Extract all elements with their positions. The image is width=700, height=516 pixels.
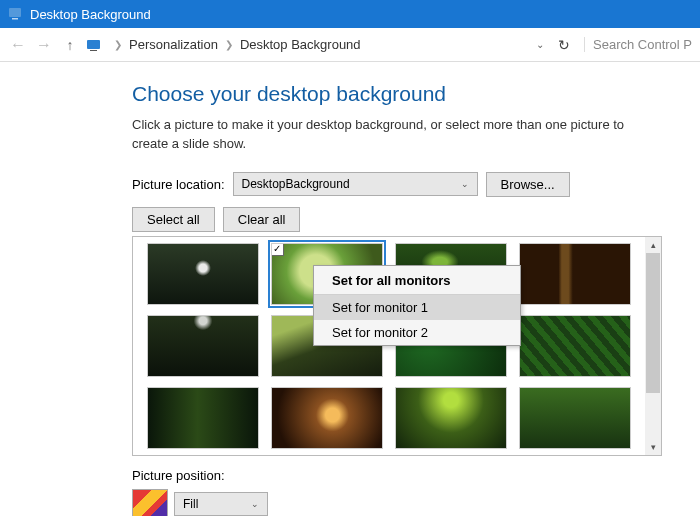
svg-rect-1 <box>9 8 21 17</box>
picture-position-label: Picture position: <box>132 468 700 483</box>
wallpaper-thumb[interactable] <box>395 387 507 449</box>
breadcrumb-desktop-background[interactable]: Desktop Background <box>237 35 364 54</box>
search-input[interactable]: Search Control Pa <box>584 37 692 52</box>
wallpaper-thumb[interactable] <box>147 387 259 449</box>
control-panel-icon <box>8 6 24 22</box>
scroll-up-button[interactable]: ▴ <box>645 237 661 253</box>
picture-location-label: Picture location: <box>132 177 225 192</box>
browse-button[interactable]: Browse... <box>486 172 570 197</box>
scrollbar[interactable]: ▴ ▾ <box>645 237 661 455</box>
wallpaper-thumb[interactable] <box>147 243 259 305</box>
forward-button[interactable]: → <box>34 36 54 54</box>
content-area: Choose your desktop background Click a p… <box>0 62 700 516</box>
picture-location-select[interactable]: DesktopBackground ⌄ <box>233 172 478 196</box>
svg-rect-4 <box>90 50 97 51</box>
checkbox-checked-icon[interactable]: ✓ <box>271 243 284 256</box>
location-icon <box>86 37 104 53</box>
breadcrumb-personalization[interactable]: Personalization <box>126 35 221 54</box>
scrollbar-thumb[interactable] <box>646 253 660 393</box>
chevron-down-icon: ⌄ <box>251 499 259 509</box>
wallpaper-thumb[interactable] <box>147 315 259 377</box>
wallpaper-thumb[interactable] <box>519 315 631 377</box>
page-title: Choose your desktop background <box>132 82 700 106</box>
picture-location-value: DesktopBackground <box>242 177 350 191</box>
select-all-button[interactable]: Select all <box>132 207 215 232</box>
chevron-down-icon: ⌄ <box>461 179 469 189</box>
window-titlebar: Desktop Background <box>0 0 700 28</box>
picture-position-value: Fill <box>183 497 198 511</box>
nav-bar: ← → ↑ ❯ Personalization ❯ Desktop Backgr… <box>0 28 700 62</box>
context-menu-item-monitor-1[interactable]: Set for monitor 1 <box>314 295 520 320</box>
breadcrumb: ❯ Personalization ❯ Desktop Background <box>114 35 364 54</box>
refresh-button[interactable]: ↻ <box>558 37 570 53</box>
scroll-down-button[interactable]: ▾ <box>645 439 661 455</box>
address-dropdown-icon[interactable]: ⌄ <box>536 39 544 50</box>
picture-position-preview <box>132 489 168 516</box>
clear-all-button[interactable]: Clear all <box>223 207 301 232</box>
svg-rect-3 <box>87 40 100 49</box>
context-menu-header[interactable]: Set for all monitors <box>314 266 520 295</box>
wallpaper-thumb[interactable] <box>519 387 631 449</box>
context-menu: Set for all monitors Set for monitor 1 S… <box>313 265 521 346</box>
window-title: Desktop Background <box>30 7 151 22</box>
wallpaper-thumb[interactable] <box>519 243 631 305</box>
chevron-right-icon: ❯ <box>225 39 233 50</box>
picture-position-select[interactable]: Fill ⌄ <box>174 492 268 516</box>
chevron-right-icon: ❯ <box>114 39 122 50</box>
wallpaper-thumb[interactable] <box>271 387 383 449</box>
back-button[interactable]: ← <box>8 36 28 54</box>
up-button[interactable]: ↑ <box>60 37 80 53</box>
context-menu-item-monitor-2[interactable]: Set for monitor 2 <box>314 320 520 345</box>
svg-rect-2 <box>12 18 18 20</box>
page-description: Click a picture to make it your desktop … <box>132 116 652 154</box>
wallpaper-gallery: ✓ Set for all monitors Set for monitor 1… <box>132 236 662 456</box>
